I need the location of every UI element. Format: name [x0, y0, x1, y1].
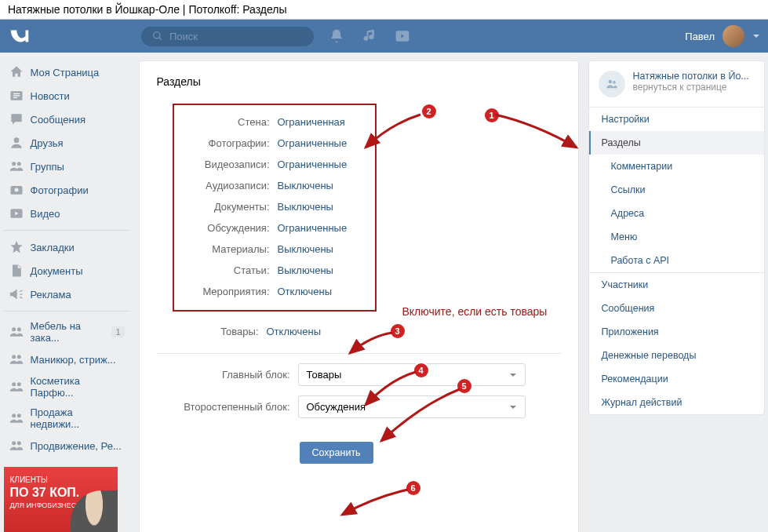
setting-value[interactable]: Ограниченные [278, 137, 348, 149]
home-icon [9, 64, 24, 80]
msg-icon [9, 111, 24, 127]
nav-item[interactable]: Продажа недвижи... [4, 403, 129, 434]
secondary-block-label: Второстепенный блок: [173, 401, 290, 413]
header-icons-group [329, 28, 410, 44]
search-input[interactable]: Поиск [141, 27, 314, 46]
nav-item[interactable]: Группы [4, 155, 129, 178]
svg-point-8 [12, 162, 16, 166]
right-menu-item[interactable]: Приложения [589, 320, 764, 344]
play-icon[interactable] [395, 28, 410, 44]
groups-icon [9, 159, 24, 174]
right-menu-item[interactable]: Адреса [589, 202, 764, 225]
nav-label: Новости [31, 90, 70, 102]
search-placeholder: Поиск [169, 31, 198, 42]
annotation-3-badge: 3 [391, 324, 405, 338]
svg-point-16 [16, 355, 20, 359]
sections-settings-box: Стена: Ограниченная Фотографии: Ограниче… [173, 104, 377, 312]
setting-label: Обсуждения: [184, 222, 270, 234]
svg-point-14 [16, 327, 20, 331]
setting-value[interactable]: Выключены [278, 264, 333, 276]
setting-value[interactable]: Ограниченная [278, 116, 345, 128]
products-label: Товары: [173, 326, 259, 337]
left-sidebar: Моя СтраницаНовостиСообщенияДрузьяГруппы… [4, 60, 129, 532]
ad-banner[interactable]: КЛИЕНТЫ ПО 37 КОП. ДЛЯ ИНФОБИЗНЕСА ↓ [4, 467, 118, 532]
annotation-4-badge: 4 [414, 363, 428, 377]
right-menu-item[interactable]: Рекомендации [589, 367, 764, 391]
nav-item[interactable]: Мебель на зака...1 [4, 316, 129, 348]
products-value[interactable]: Отключены [267, 326, 321, 337]
svg-point-7 [13, 137, 19, 143]
chevron-down-icon [509, 371, 517, 379]
svg-point-22 [16, 441, 20, 445]
setting-row: Видеозаписи: Ограниченные [184, 154, 366, 175]
products-row: Товары: Отключены [173, 319, 561, 344]
group-icon [9, 352, 24, 367]
nav-label: Видео [31, 208, 60, 220]
secondary-block-select[interactable]: Обсуждения [298, 395, 526, 418]
nav-label: Сообщения [31, 114, 86, 126]
nav-item[interactable]: Моя Страница [4, 60, 129, 84]
nav-item[interactable]: Фотографии [4, 178, 129, 202]
ads-icon [9, 286, 24, 302]
setting-row: Обсуждения: Ограниченные [184, 217, 366, 239]
photo-icon [9, 182, 24, 198]
chevron-down-icon [752, 32, 760, 40]
right-menu-item[interactable]: Разделы [589, 131, 764, 155]
username: Павел [685, 31, 715, 42]
right-menu-item[interactable]: Меню [589, 225, 764, 249]
right-sidebar: Натяжные потолки в Йо... вернуться к стр… [588, 60, 765, 532]
right-menu-item[interactable]: Денежные переводы [589, 344, 764, 367]
group-icon [9, 438, 24, 454]
nav-label: Маникюр, стриж... [31, 354, 116, 366]
setting-value[interactable]: Выключены [278, 180, 333, 191]
nav-item[interactable]: Видео [4, 202, 129, 225]
right-menu-item[interactable]: Работа с API [589, 249, 764, 272]
save-button[interactable]: Сохранить [300, 442, 373, 464]
nav-item[interactable]: Закладки [4, 235, 129, 259]
star-icon [9, 239, 24, 255]
user-menu[interactable]: Павел [685, 25, 760, 47]
annotation-5-badge: 5 [457, 379, 471, 393]
setting-value[interactable]: Выключены [278, 243, 333, 255]
nav-item[interactable]: Косметика Парфю... [4, 371, 129, 403]
main-block-select[interactable]: Товары [298, 363, 526, 386]
annotation-6-badge: 6 [406, 481, 420, 495]
right-menu-item[interactable]: Ссылки [589, 178, 764, 202]
setting-label: Мероприятия: [184, 286, 270, 297]
nav-item[interactable]: Продвижение, Ре... [4, 434, 129, 457]
nav-item[interactable]: Реклама [4, 282, 129, 306]
svg-point-24 [613, 81, 616, 84]
nav-item[interactable]: Новости [4, 84, 129, 107]
nav-label: Косметика Парфю... [31, 375, 125, 399]
right-menu-item[interactable]: Участники [589, 273, 764, 297]
nav-item[interactable]: Маникюр, стриж... [4, 348, 129, 371]
group-header[interactable]: Натяжные потолки в Йо... вернуться к стр… [589, 61, 764, 107]
right-menu-item[interactable]: Журнал действий [589, 391, 764, 414]
nav-label: Закладки [31, 242, 75, 253]
right-menu-item[interactable]: Сообщения [589, 297, 764, 320]
bell-icon[interactable] [329, 28, 344, 44]
nav-item[interactable]: Друзья [4, 131, 129, 155]
setting-value[interactable]: Выключены [278, 201, 333, 213]
vk-logo-icon[interactable] [8, 24, 31, 48]
news-icon [9, 88, 24, 104]
nav-label: Друзья [31, 137, 64, 149]
setting-value[interactable]: Ограниченные [278, 222, 348, 234]
nav-item[interactable]: Сообщения [4, 107, 129, 131]
setting-value[interactable]: Ограниченные [278, 159, 348, 170]
right-menu-item[interactable]: Комментарии [589, 155, 764, 178]
top-header: Поиск Павел [0, 20, 768, 53]
nav-item[interactable]: Документы [4, 259, 129, 282]
setting-label: Статьи: [184, 264, 270, 276]
music-icon[interactable] [362, 28, 377, 44]
setting-label: Видеозаписи: [184, 159, 270, 170]
setting-value[interactable]: Отключены [278, 286, 332, 297]
right-menu-item[interactable]: Настройки [589, 107, 764, 131]
secondary-block-value: Обсуждения [307, 401, 366, 413]
page-heading: Разделы [157, 75, 561, 88]
back-link[interactable]: вернуться к странице [633, 82, 749, 93]
setting-row: Материалы: Выключены [184, 239, 366, 260]
avatar [723, 25, 744, 47]
svg-point-15 [12, 355, 16, 359]
group-icon [9, 379, 24, 395]
